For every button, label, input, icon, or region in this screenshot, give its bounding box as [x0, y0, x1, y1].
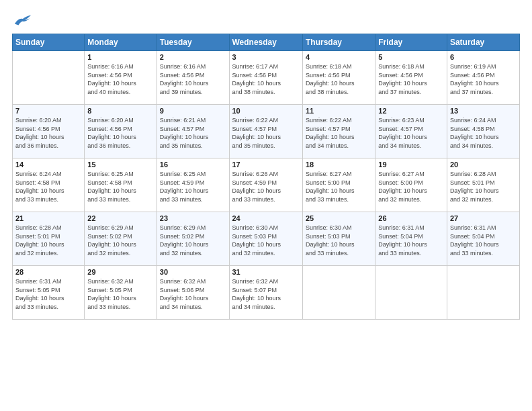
day-info: Sunrise: 6:23 AM Sunset: 4:57 PM Dayligh… — [378, 116, 444, 150]
calendar-table: SundayMondayTuesdayWednesdayThursdayFrid… — [12, 34, 520, 320]
day-number: 2 — [160, 53, 226, 61]
weekday-header-tuesday: Tuesday — [157, 34, 229, 51]
weekday-header-sunday: Sunday — [13, 34, 85, 51]
day-number: 21 — [15, 214, 81, 222]
calendar-cell: 18Sunrise: 6:27 AM Sunset: 5:00 PM Dayli… — [302, 158, 375, 212]
calendar-cell: 2Sunrise: 6:16 AM Sunset: 4:56 PM Daylig… — [157, 51, 229, 105]
calendar-cell — [302, 266, 375, 320]
calendar-cell: 1Sunrise: 6:16 AM Sunset: 4:56 PM Daylig… — [85, 51, 157, 105]
day-number: 3 — [232, 53, 300, 61]
day-info: Sunrise: 6:18 AM Sunset: 4:56 PM Dayligh… — [378, 62, 444, 96]
calendar-cell: 4Sunrise: 6:18 AM Sunset: 4:56 PM Daylig… — [302, 51, 375, 105]
calendar-cell: 24Sunrise: 6:30 AM Sunset: 5:03 PM Dayli… — [229, 212, 302, 266]
calendar-cell: 21Sunrise: 6:28 AM Sunset: 5:01 PM Dayli… — [13, 212, 85, 266]
calendar-week-row: 28Sunrise: 6:31 AM Sunset: 5:05 PM Dayli… — [13, 266, 520, 320]
day-number: 29 — [87, 268, 153, 276]
day-info: Sunrise: 6:26 AM Sunset: 4:59 PM Dayligh… — [232, 170, 300, 203]
calendar-week-row: 1Sunrise: 6:16 AM Sunset: 4:56 PM Daylig… — [13, 51, 520, 105]
logo-bird-icon — [13, 12, 32, 27]
calendar-cell: 7Sunrise: 6:20 AM Sunset: 4:56 PM Daylig… — [13, 105, 85, 158]
day-info: Sunrise: 6:20 AM Sunset: 4:56 PM Dayligh… — [87, 116, 153, 150]
calendar-cell: 31Sunrise: 6:32 AM Sunset: 5:07 PM Dayli… — [229, 266, 302, 320]
weekday-header-row: SundayMondayTuesdayWednesdayThursdayFrid… — [13, 34, 520, 51]
calendar-cell: 17Sunrise: 6:26 AM Sunset: 4:59 PM Dayli… — [229, 158, 302, 212]
day-number: 23 — [160, 214, 226, 222]
day-number: 30 — [160, 268, 226, 276]
calendar-cell: 25Sunrise: 6:30 AM Sunset: 5:03 PM Dayli… — [302, 212, 375, 266]
day-number: 7 — [15, 107, 81, 115]
day-info: Sunrise: 6:16 AM Sunset: 4:56 PM Dayligh… — [87, 62, 153, 96]
calendar-cell: 23Sunrise: 6:29 AM Sunset: 5:02 PM Dayli… — [157, 212, 229, 266]
calendar-cell: 14Sunrise: 6:24 AM Sunset: 4:58 PM Dayli… — [13, 158, 85, 212]
calendar-cell: 6Sunrise: 6:19 AM Sunset: 4:56 PM Daylig… — [447, 51, 519, 105]
day-info: Sunrise: 6:25 AM Sunset: 4:59 PM Dayligh… — [160, 170, 226, 203]
day-number: 4 — [306, 53, 372, 61]
day-number: 27 — [450, 214, 517, 222]
day-number: 31 — [232, 268, 300, 276]
day-number: 20 — [450, 161, 517, 169]
calendar-cell: 8Sunrise: 6:20 AM Sunset: 4:56 PM Daylig… — [85, 105, 157, 158]
day-info: Sunrise: 6:21 AM Sunset: 4:57 PM Dayligh… — [160, 116, 226, 150]
day-number: 9 — [160, 107, 226, 115]
day-number: 26 — [378, 214, 444, 222]
day-number: 1 — [87, 53, 153, 61]
day-info: Sunrise: 6:25 AM Sunset: 4:58 PM Dayligh… — [87, 170, 153, 203]
day-info: Sunrise: 6:27 AM Sunset: 5:00 PM Dayligh… — [378, 170, 444, 203]
weekday-header-friday: Friday — [375, 34, 447, 51]
day-info: Sunrise: 6:31 AM Sunset: 5:04 PM Dayligh… — [378, 224, 444, 257]
day-number: 18 — [306, 161, 372, 169]
day-number: 6 — [450, 53, 517, 61]
day-info: Sunrise: 6:22 AM Sunset: 4:57 PM Dayligh… — [232, 116, 300, 150]
day-number: 11 — [306, 107, 372, 115]
day-info: Sunrise: 6:24 AM Sunset: 4:58 PM Dayligh… — [450, 116, 517, 150]
day-number: 17 — [232, 161, 300, 169]
day-info: Sunrise: 6:27 AM Sunset: 5:00 PM Dayligh… — [306, 170, 372, 203]
calendar-week-row: 14Sunrise: 6:24 AM Sunset: 4:58 PM Dayli… — [13, 158, 520, 212]
day-number: 10 — [232, 107, 300, 115]
day-info: Sunrise: 6:28 AM Sunset: 5:01 PM Dayligh… — [15, 224, 81, 257]
calendar-cell: 20Sunrise: 6:28 AM Sunset: 5:01 PM Dayli… — [447, 158, 519, 212]
day-number: 22 — [87, 214, 153, 222]
calendar-cell: 12Sunrise: 6:23 AM Sunset: 4:57 PM Dayli… — [375, 105, 447, 158]
day-number: 15 — [87, 161, 153, 169]
calendar-cell: 19Sunrise: 6:27 AM Sunset: 5:00 PM Dayli… — [375, 158, 447, 212]
calendar-cell: 26Sunrise: 6:31 AM Sunset: 5:04 PM Dayli… — [375, 212, 447, 266]
calendar-cell: 16Sunrise: 6:25 AM Sunset: 4:59 PM Dayli… — [157, 158, 229, 212]
calendar-cell: 11Sunrise: 6:22 AM Sunset: 4:57 PM Dayli… — [302, 105, 375, 158]
day-info: Sunrise: 6:24 AM Sunset: 4:58 PM Dayligh… — [15, 170, 81, 203]
calendar-cell: 30Sunrise: 6:32 AM Sunset: 5:06 PM Dayli… — [157, 266, 229, 320]
day-info: Sunrise: 6:29 AM Sunset: 5:02 PM Dayligh… — [160, 224, 226, 257]
day-number: 13 — [450, 107, 517, 115]
day-info: Sunrise: 6:30 AM Sunset: 5:03 PM Dayligh… — [306, 224, 372, 257]
calendar-cell: 5Sunrise: 6:18 AM Sunset: 4:56 PM Daylig… — [375, 51, 447, 105]
day-info: Sunrise: 6:20 AM Sunset: 4:56 PM Dayligh… — [15, 116, 81, 150]
day-info: Sunrise: 6:16 AM Sunset: 4:56 PM Dayligh… — [160, 62, 226, 96]
calendar-cell: 15Sunrise: 6:25 AM Sunset: 4:58 PM Dayli… — [85, 158, 157, 212]
day-info: Sunrise: 6:28 AM Sunset: 5:01 PM Dayligh… — [450, 170, 517, 203]
day-number: 28 — [15, 268, 81, 276]
day-info: Sunrise: 6:32 AM Sunset: 5:07 PM Dayligh… — [232, 277, 300, 311]
day-number: 16 — [160, 161, 226, 169]
weekday-header-saturday: Saturday — [447, 34, 519, 51]
day-number: 19 — [378, 161, 444, 169]
day-info: Sunrise: 6:32 AM Sunset: 5:06 PM Dayligh… — [160, 277, 226, 311]
calendar-cell: 29Sunrise: 6:32 AM Sunset: 5:05 PM Dayli… — [85, 266, 157, 320]
weekday-header-wednesday: Wednesday — [229, 34, 302, 51]
day-info: Sunrise: 6:22 AM Sunset: 4:57 PM Dayligh… — [306, 116, 372, 150]
day-number: 25 — [306, 214, 372, 222]
header — [12, 12, 520, 27]
logo-top — [12, 12, 32, 27]
calendar-cell — [375, 266, 447, 320]
calendar-cell: 3Sunrise: 6:17 AM Sunset: 4:56 PM Daylig… — [229, 51, 302, 105]
day-info: Sunrise: 6:18 AM Sunset: 4:56 PM Dayligh… — [306, 62, 372, 96]
calendar-cell: 27Sunrise: 6:31 AM Sunset: 5:04 PM Dayli… — [447, 212, 519, 266]
calendar-week-row: 7Sunrise: 6:20 AM Sunset: 4:56 PM Daylig… — [13, 105, 520, 158]
day-info: Sunrise: 6:17 AM Sunset: 4:56 PM Dayligh… — [232, 62, 300, 96]
logo — [12, 12, 32, 27]
calendar-cell — [447, 266, 519, 320]
day-number: 14 — [15, 161, 81, 169]
weekday-header-monday: Monday — [85, 34, 157, 51]
page: SundayMondayTuesdayWednesdayThursdayFrid… — [0, 0, 532, 411]
calendar-cell: 28Sunrise: 6:31 AM Sunset: 5:05 PM Dayli… — [13, 266, 85, 320]
calendar-cell: 22Sunrise: 6:29 AM Sunset: 5:02 PM Dayli… — [85, 212, 157, 266]
